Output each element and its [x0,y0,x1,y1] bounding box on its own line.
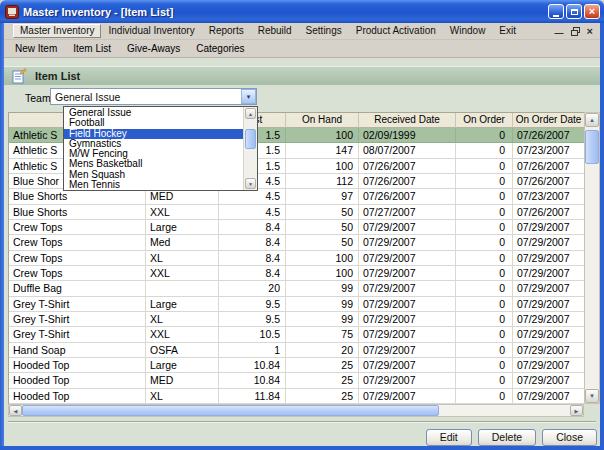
table-cell: 0 [456,220,513,235]
table-row[interactable]: Crew TopsMed8.45007/29/2007007/29/2007 [9,235,584,250]
table-horizontal-scrollbar[interactable]: ◀ ▶ [8,404,584,417]
table-cell: Duffle Bag [9,281,146,296]
table-cell: 07/29/2007 [513,358,584,373]
toolbar-item-item-list[interactable]: Item List [73,43,111,54]
table-cell: 0 [456,143,513,158]
table-row[interactable]: Crew TopsXL8.410007/29/2007007/29/2007 [9,251,584,266]
dropdown-option[interactable]: Football [64,118,243,128]
table-cell: MED [146,189,219,204]
table-cell: Large [146,297,219,312]
dropdown-scroll-down-icon[interactable]: ▼ [245,178,256,189]
table-cell: 10.84 [219,373,286,388]
scroll-right-icon[interactable]: ▶ [570,405,583,416]
table-cell: 0 [456,327,513,342]
dropdown-scroll-down-glyph: ▼ [248,181,253,187]
dropdown-option[interactable]: Gymnastics [64,139,243,149]
toolbar: New ItemItem ListGive-AwaysCategories [4,40,600,58]
table-row[interactable]: Grey T-ShirtXXL10.57507/29/2007007/29/20… [9,327,584,342]
toolbar-item-give-aways[interactable]: Give-Aways [127,43,180,54]
table-cell: 0 [456,174,513,189]
table-cell: 147 [286,143,359,158]
table-cell: 0 [456,266,513,281]
scroll-up-glyph: ▲ [589,117,595,123]
table-row[interactable]: Blue ShortsMED4.59707/26/2007007/23/2007 [9,189,584,204]
maximize-icon [571,9,578,15]
table-row[interactable]: Blue ShortsXXL4.55007/27/2007007/26/2007 [9,205,584,220]
table-row[interactable]: Hooded TopMED10.842507/29/2007007/29/200… [9,373,584,388]
table-cell: 07/29/2007 [513,235,584,250]
dropdown-scrollbar-thumb[interactable] [245,129,256,149]
table-row[interactable]: Duffle Bag209907/29/2007007/29/2007 [9,281,584,296]
scroll-left-icon[interactable]: ◀ [9,405,22,416]
table-cell: Hooded Top [9,358,146,373]
table-cell: Blue Shorts [9,205,146,220]
team-combobox[interactable]: General Issue ▼ [50,88,257,105]
column-header: On Hand [286,113,359,128]
title-bar: Master Inventory - [Item List] × [0,0,604,23]
table-cell: 20 [219,281,286,296]
notepad-pencil-icon [11,68,27,84]
table-vertical-scrollbar[interactable]: ▲ ▼ [584,112,600,404]
vertical-scrollbar-thumb[interactable] [585,130,599,164]
menu-item-window[interactable]: Window [443,24,493,38]
menu-item-exit[interactable]: Exit [492,24,523,38]
menu-item-individual-inventory[interactable]: Individual Inventory [101,24,201,38]
dropdown-option[interactable]: Field Hockey [64,129,243,139]
table-cell: 07/23/2007 [513,189,584,204]
table-row[interactable]: Crew TopsLarge8.45007/29/2007007/29/2007 [9,220,584,235]
table-cell: 4.5 [219,205,286,220]
menu-items: Master InventoryIndividual InventoryRepo… [4,24,523,38]
toolbar-item-new-item[interactable]: New Item [15,43,57,54]
chevron-down-icon[interactable]: ▼ [241,89,256,104]
table-cell: 0 [456,312,513,327]
dropdown-option[interactable]: M/W Fencing [64,149,243,159]
scroll-left-glyph: ◀ [14,408,18,414]
toolbar-item-categories[interactable]: Categories [196,43,244,54]
table-cell: XXL [146,327,219,342]
table-cell: 25 [286,358,359,373]
edit-button[interactable]: Edit [426,429,472,446]
dropdown-option[interactable]: General Issue [64,108,243,118]
table-row[interactable]: Hooded TopXL11.842507/29/2007007/29/2007 [9,389,584,404]
menu-item-settings[interactable]: Settings [299,24,349,38]
table-row[interactable]: Crew TopsXXL8.410007/29/2007007/29/2007 [9,266,584,281]
table-cell: Crew Tops [9,251,146,266]
table-cell: 20 [286,343,359,358]
table-cell: 07/29/2007 [359,281,456,296]
table-row[interactable]: Hooded TopLarge10.842507/29/2007007/29/2… [9,358,584,373]
table-cell: 25 [286,373,359,388]
scroll-down-icon[interactable]: ▼ [585,389,599,403]
dropdown-options: General IssueFootballField HockeyGymnast… [64,107,243,190]
scroll-up-icon[interactable]: ▲ [585,113,599,127]
table-cell: 07/29/2007 [359,358,456,373]
dropdown-option[interactable]: Men Tennis [64,180,243,190]
table-cell: 0 [456,281,513,296]
close-button[interactable]: × [584,4,600,19]
dropdown-option[interactable]: Men Squash [64,170,243,180]
menu-item-product-activation[interactable]: Product Activation [349,24,443,38]
dropdown-scrollbar[interactable]: ▲ ▼ [243,107,257,190]
maximize-button[interactable] [566,4,582,19]
table-cell: 07/29/2007 [359,343,456,358]
minimize-button[interactable] [548,4,564,19]
table-cell: 0 [456,343,513,358]
table-row[interactable]: Hand SoapOSFA12007/29/2007007/29/2007 [9,343,584,358]
mdi-close-icon[interactable]: × [587,26,593,37]
menu-item-reports[interactable]: Reports [202,24,251,38]
dropdown-option[interactable]: Mens Basketball [64,159,243,169]
table-cell: 50 [286,205,359,220]
dropdown-scroll-up-icon[interactable]: ▲ [245,108,256,119]
minimize-icon [553,15,559,17]
table-row[interactable]: Grey T-ShirtXL9.59907/29/2007007/29/2007 [9,312,584,327]
table-cell: 07/29/2007 [359,266,456,281]
mdi-minimize-icon[interactable]: — [555,29,564,38]
menu-item-master-inventory[interactable]: Master Inventory [13,24,101,38]
table-cell: Hand Soap [9,343,146,358]
horizontal-scrollbar-thumb[interactable] [22,405,439,416]
table-row[interactable]: Grey T-ShirtLarge9.59907/29/2007007/29/2… [9,297,584,312]
close-button[interactable]: Close [542,429,597,446]
delete-button[interactable]: Delete [478,429,536,446]
table-cell: Hooded Top [9,389,146,404]
menu-item-rebuild[interactable]: Rebuild [251,24,299,38]
mdi-restore-icon[interactable] [571,27,580,36]
